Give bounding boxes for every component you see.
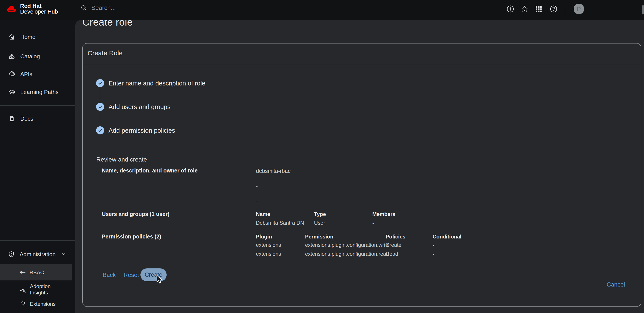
perm-table-header-plugin: Plugin [256,234,272,240]
sidebar-item-docs[interactable]: Docs [8,115,33,122]
sidebar-item-label: Adoption Insights [30,283,60,296]
redhat-fedora-icon [6,3,17,15]
sidebar-item-learning-paths[interactable]: Learning Paths [8,89,58,96]
review-heading: Review and create [96,156,147,163]
scrollbar-thumb[interactable] [642,5,644,15]
search-placeholder: Search... [91,4,116,11]
sidebar-item-home[interactable]: Home [8,34,36,41]
perm-row1-policies: Create [386,242,402,248]
sidebar-item-rbac[interactable]: RBAC [0,264,72,280]
sidebar-item-label: Administration [20,251,56,258]
plug-icon [20,300,27,307]
brand-line2: Developer Hub [20,9,58,15]
home-icon [8,34,15,41]
step-connector [100,89,100,99]
users-table-header-name: Name [256,211,270,217]
role-owner-value: - [256,198,258,205]
perm-row1-plugin: extensions [256,242,281,248]
help-icon[interactable] [550,5,558,13]
global-header: Red Hat Developer Hub Search... [0,0,644,20]
perm-row2-permission: extensions.plugin.configuration.read [305,251,389,257]
key-icon [19,269,26,276]
step-3-label[interactable]: Add permission policies [108,127,175,134]
sidebar-item-label: RBAC [30,269,44,276]
perm-row1-conditional: - [432,242,434,248]
sidebar-item-label: Extensions [30,301,56,307]
create-plus-icon[interactable] [506,5,514,13]
apis-icon [8,71,15,78]
sidebar-item-label: Learning Paths [20,89,58,96]
sidebar-item-label: Docs [20,115,33,122]
card-title: Create Role [88,49,122,57]
perm-table-header-permission: Permission [305,234,333,240]
reset-button[interactable]: Reset [124,272,139,278]
user-avatar[interactable]: P [574,4,584,14]
users-table-cell-type: User [314,220,325,226]
perm-row2-plugin: extensions [256,251,281,257]
sidebar: Home Catalog APIs Le [0,20,75,313]
step-2-complete-icon[interactable] [96,103,104,111]
users-table-cell-name: Debsmita Santra DN [256,220,304,226]
sidebar-item-adoption-insights[interactable]: Adoption Insights [0,281,72,300]
sidebar-item-extensions[interactable]: Extensions [0,299,72,312]
users-groups-section-label: Users and groups (1 user) [102,211,170,217]
sidebar-divider [0,105,75,106]
role-name-value: debsmita-rbac [256,168,290,174]
permission-policies-section-label: Permission policies (2) [102,233,161,240]
brand-logo[interactable]: Red Hat Developer Hub [6,3,58,15]
brand-line1: Red Hat [20,3,58,9]
step-2-label[interactable]: Add users and groups [108,103,170,111]
role-description-value: - [256,183,258,189]
document-icon [8,115,15,122]
cancel-button[interactable]: Cancel [607,281,625,288]
shield-admin-icon [8,251,15,258]
perm-table-header-policies: Policies [386,234,406,240]
sidebar-divider [0,240,75,241]
starred-icon[interactable] [520,5,529,13]
app-grid-icon[interactable] [535,5,543,13]
step-connector [100,113,100,122]
mouse-cursor [156,275,163,284]
review-name-section-label: Name, description, and owner of role [102,167,198,174]
card-header-divider [83,64,640,64]
users-table-header-members: Members [372,211,395,217]
sidebar-item-administration[interactable]: Administration [8,251,67,258]
sidebar-item-label: Catalog [20,53,40,60]
perm-row2-conditional: - [432,251,434,257]
users-table-header-type: Type [314,211,326,217]
chevron-down-icon [60,251,67,258]
sidebar-item-label: APIs [20,71,32,78]
perm-table-header-conditional: Conditional [432,234,462,240]
perm-row2-policies: Read [386,251,398,257]
search-input[interactable]: Search... [80,4,116,11]
sidebar-item-label: Home [20,34,36,41]
back-button[interactable]: Back [103,272,116,278]
avatar-initial: P [577,6,581,13]
header-divider [565,3,566,16]
sidebar-item-catalog[interactable]: Catalog [8,53,40,60]
catalog-icon [8,53,15,60]
step-1-label[interactable]: Enter name and description of role [108,80,205,87]
sidebar-item-apis[interactable]: APIs [8,71,32,78]
app-window: Create role Create Role Enter name and d… [0,0,644,313]
graduation-cap-icon [8,89,15,96]
perm-row1-permission: extensions.plugin.configuration.write [305,242,390,248]
users-table-cell-members: - [372,220,374,226]
step-1-complete-icon[interactable] [96,79,104,87]
step-3-complete-icon[interactable] [96,126,104,134]
query-stats-icon [19,287,26,294]
search-icon [80,4,87,11]
